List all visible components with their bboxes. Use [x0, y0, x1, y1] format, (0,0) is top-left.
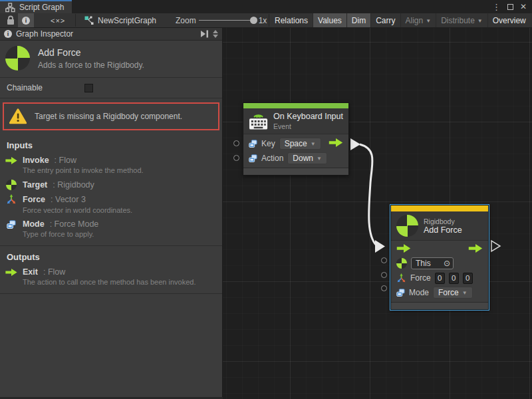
port-type: Flow	[43, 267, 65, 277]
port-name: Exit	[23, 267, 38, 277]
toolbar-separator	[269, 14, 269, 27]
rigidbody-icon	[5, 46, 30, 70]
action-row: Action Down▼	[243, 151, 348, 166]
inspector-title: Graph Inspector	[16, 29, 73, 39]
script-graph-window: Script Graph ⋮ ✕ i <×> Ne	[0, 0, 532, 399]
window-controls: ⋮ ✕	[492, 0, 532, 13]
node-footer	[391, 302, 488, 309]
node-title: Add Force	[424, 225, 462, 235]
mode-dropdown[interactable]: Force▼	[433, 287, 473, 299]
flow-continuation-arrow	[491, 241, 500, 251]
flow-row	[391, 243, 488, 256]
key-dropdown[interactable]: Space▼	[279, 138, 321, 150]
graph-name: NewScriptGraph	[98, 16, 156, 25]
force-y-field[interactable]: 0	[449, 273, 459, 284]
hierarchy-icon	[5, 3, 15, 13]
chainable-checkbox[interactable]	[84, 84, 93, 92]
tab-script-graph[interactable]: Script Graph	[0, 0, 72, 13]
force-row: Force 0 0 0	[391, 271, 488, 285]
zoom-slider[interactable]	[199, 20, 256, 21]
outputs-header: Outputs	[0, 246, 222, 265]
input-row-force: ForceVector 3 Force vector in world coor…	[0, 192, 222, 217]
scroll-up-icon[interactable]	[213, 30, 218, 33]
tab-bar: Script Graph ⋮ ✕	[0, 0, 532, 13]
chevron-down-icon: ▼	[477, 17, 483, 24]
vector3-icon	[5, 194, 17, 205]
info-icon: i	[22, 17, 30, 25]
toolbar-separator	[75, 14, 76, 27]
event-node-color-bar	[243, 103, 348, 108]
rigidbody-icon	[396, 215, 418, 237]
port-name: Invoke	[23, 156, 49, 165]
port-description: Force vector in world coordinates.	[23, 206, 215, 214]
force-z-field[interactable]: 0	[463, 273, 473, 284]
overview-button[interactable]: Overview	[487, 13, 531, 27]
dim-button[interactable]: Dim	[346, 13, 370, 27]
target-row: This ⊙	[391, 256, 488, 271]
on-keyboard-input-node[interactable]: On Keyboard Input Event Key Space▼	[243, 102, 349, 176]
node-header[interactable]: Rigidbody Add Force	[391, 211, 488, 241]
maximize-icon[interactable]	[507, 4, 513, 10]
port-type: Force Mode	[50, 219, 99, 229]
relations-button[interactable]: Relations	[270, 13, 313, 27]
node-footer	[243, 168, 348, 175]
target-object-field[interactable]: This ⊙	[411, 257, 454, 269]
graph-inspector-panel: i Graph Inspector Add Force Adds a force…	[0, 28, 223, 397]
zoom-slider-handle[interactable]	[250, 17, 257, 24]
scroll-spinners[interactable]	[213, 30, 218, 38]
mode-label: Mode	[409, 288, 429, 297]
info-icon: i	[4, 30, 12, 38]
tab-title: Script Graph	[19, 3, 64, 12]
node-subtitle: Event	[273, 122, 343, 130]
unit-description: Adds a force to the Rigidbody.	[38, 61, 144, 70]
code-preview-button[interactable]: <×>	[47, 13, 69, 27]
flow-arrow-icon	[5, 269, 17, 276]
key-port[interactable]	[233, 140, 239, 146]
flow-input-port[interactable]	[396, 244, 411, 255]
align-dropdown[interactable]: Align▼	[400, 13, 436, 27]
toolbar-toggle-group: Relations Values Dim Carry Align▼ Distri…	[270, 13, 532, 27]
graph-toolbar: i <×> NewScriptGraph Zoom 1x Relations V…	[0, 13, 532, 28]
input-row-invoke: InvokeFlow The entry point to invoke the…	[0, 154, 222, 178]
node-title: On Keyboard Input	[273, 112, 343, 121]
target-port[interactable]	[381, 257, 387, 263]
input-row-target: TargetRigidbody	[0, 178, 222, 192]
port-name: Force	[23, 195, 45, 204]
lock-button[interactable]	[2, 13, 19, 27]
carry-button[interactable]: Carry	[370, 13, 400, 27]
object-picker-icon[interactable]: ⊙	[444, 259, 450, 267]
action-port[interactable]	[233, 155, 239, 161]
connection-start-arrow	[350, 138, 360, 150]
warning-text: Target is missing a Rigidbody component.	[35, 112, 182, 121]
node-header[interactable]: On Keyboard Input Event	[243, 108, 348, 134]
force-port[interactable]	[381, 272, 387, 278]
graph-breadcrumb[interactable]: NewScriptGraph	[84, 16, 156, 25]
divider	[0, 98, 222, 98]
graph-icon	[84, 16, 94, 25]
flow-arrow-icon	[329, 138, 343, 147]
warning-triangle-icon	[9, 108, 27, 124]
rigidbody-icon	[396, 258, 407, 269]
enum-icon	[249, 154, 257, 162]
dock-panel-icon[interactable]	[200, 30, 209, 38]
action-dropdown[interactable]: Down▼	[287, 152, 327, 164]
chevron-down-icon: ▼	[311, 140, 316, 147]
values-button[interactable]: Values	[313, 13, 346, 27]
padlock-icon	[6, 15, 15, 25]
output-row-exit: ExitFlow The action to call once the met…	[0, 265, 222, 289]
close-icon[interactable]: ✕	[520, 3, 527, 11]
flow-arrow-icon	[5, 157, 17, 164]
kebab-menu-icon[interactable]: ⋮	[492, 3, 501, 11]
node-category: Rigidbody	[424, 217, 462, 225]
flow-output-port[interactable]	[468, 244, 483, 255]
rigidbody-icon	[5, 180, 17, 190]
trigger-output-port[interactable]	[329, 138, 343, 149]
add-force-node[interactable]: Rigidbody Add Force This	[390, 205, 489, 310]
inspector-toggle-button[interactable]: i	[18, 13, 34, 27]
scroll-down-icon[interactable]	[213, 35, 218, 38]
force-x-field[interactable]: 0	[435, 273, 445, 284]
distribute-dropdown[interactable]: Distribute▼	[436, 13, 487, 27]
graph-canvas[interactable]: On Keyboard Input Event Key Space▼	[223, 28, 532, 399]
mode-port[interactable]	[381, 285, 387, 291]
zoom-value: 1x	[259, 16, 267, 25]
